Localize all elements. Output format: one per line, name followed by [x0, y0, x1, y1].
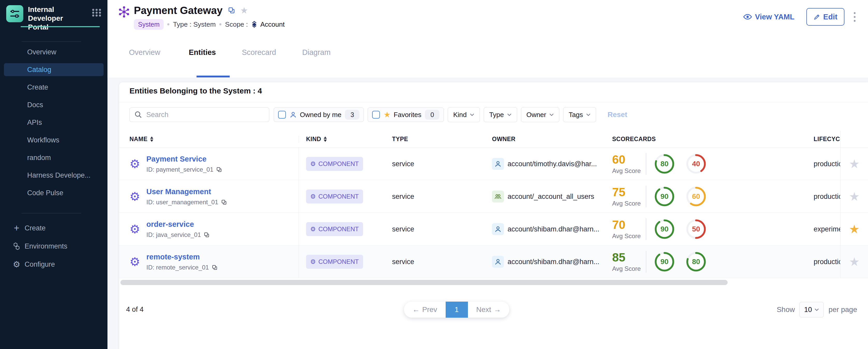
- entity-owner-cell: account/timothy.davis@har...: [492, 158, 612, 170]
- page-size-select[interactable]: 10: [799, 302, 824, 317]
- search-input[interactable]: [146, 110, 258, 119]
- tab-diagram[interactable]: Diagram: [302, 44, 331, 79]
- type-label: Type : System: [173, 21, 216, 29]
- sidebar-item-create[interactable]: Create: [4, 81, 103, 94]
- entity-name-link[interactable]: Payment Service: [146, 155, 222, 163]
- gear-icon: ⚙: [12, 260, 21, 269]
- sort-icon[interactable]: [150, 136, 153, 142]
- favorite-star-icon[interactable]: ★: [849, 158, 860, 170]
- sidebar-item-code-pulse[interactable]: Code Pulse: [4, 186, 103, 199]
- sidebar-item-random[interactable]: random: [4, 151, 103, 164]
- scope-value: Account: [260, 21, 285, 29]
- account-scope-icon: [250, 21, 258, 28]
- owner-dropdown-label: Owner: [526, 111, 547, 119]
- sidebar-item-catalog[interactable]: Catalog: [4, 63, 103, 76]
- divider: [646, 186, 646, 208]
- kind-dropdown-label: Kind: [453, 111, 467, 119]
- prev-label: Prev: [422, 306, 437, 314]
- sidebar-item-docs[interactable]: Docs: [4, 98, 103, 111]
- view-yaml-button[interactable]: View YAML: [743, 12, 795, 22]
- edit-button[interactable]: Edit: [806, 8, 844, 26]
- favorite-star-icon[interactable]: ★: [849, 191, 860, 202]
- sidebar-footer-environments[interactable]: Environments: [0, 240, 107, 253]
- column-header-kind[interactable]: KIND: [299, 136, 392, 142]
- sidebar-item-overview[interactable]: Overview: [4, 45, 103, 59]
- sidebar-item-workflows[interactable]: Workflows: [4, 134, 103, 147]
- copy-id-icon[interactable]: [212, 264, 218, 271]
- avg-score-label: Avg Score: [612, 167, 646, 174]
- current-page-button[interactable]: 1: [446, 302, 468, 318]
- entity-id: ID: payment_service_01: [146, 166, 213, 173]
- favorites-checkbox[interactable]: [372, 111, 380, 119]
- entity-name-link[interactable]: order-service: [146, 220, 210, 229]
- active-tab-underline: [196, 75, 230, 77]
- copy-id-icon[interactable]: [221, 199, 227, 205]
- entity-kind-cell: ⚙ COMPONENT: [299, 255, 392, 269]
- breadcrumb: System Type : System Scope : Account: [134, 19, 285, 30]
- scorecards-cell: 70 Avg Score 90 50: [612, 218, 814, 240]
- copy-id-icon[interactable]: [216, 166, 222, 173]
- component-gear-icon: ⚙: [129, 158, 140, 170]
- type-dropdown-label: Type: [489, 111, 504, 119]
- chevron-down-icon: [549, 113, 554, 117]
- system-kind-badge: System: [134, 19, 164, 30]
- tab-scorecard[interactable]: Scorecard: [242, 44, 276, 79]
- arrow-right-icon: →: [494, 306, 501, 314]
- owner-user-icon: [492, 158, 504, 170]
- favorites-count: 0: [425, 110, 439, 120]
- app-root: Internal Developer Portal Overview Catal…: [0, 0, 868, 349]
- next-page-button[interactable]: Next →: [468, 306, 509, 314]
- search-box[interactable]: [129, 107, 269, 122]
- page-size-control: Show 10 per page: [777, 302, 857, 318]
- favorite-star-icon[interactable]: ★: [849, 223, 860, 235]
- favorite-cell: ★: [840, 246, 868, 278]
- entity-name-cell: ⚙ Payment Service ID: payment_service_01: [129, 148, 299, 180]
- owner-name: account/shibam.dhar@harn...: [507, 225, 599, 233]
- tab-entities[interactable]: Entities: [189, 44, 216, 79]
- copy-id-icon[interactable]: [204, 232, 210, 238]
- owned-by-me-checkbox[interactable]: [278, 111, 286, 119]
- scorecard-ring: 90: [654, 186, 675, 208]
- owned-by-me-filter[interactable]: Owned by me 3: [274, 107, 364, 122]
- sidebar-item-harness-developer[interactable]: Harness Develope...: [4, 169, 103, 182]
- component-gear-icon: ⚙: [129, 223, 140, 235]
- scorecard-ring: 50: [685, 218, 707, 240]
- kind-badge: ⚙ COMPONENT: [306, 222, 363, 236]
- type-filter-dropdown[interactable]: Type: [484, 107, 517, 122]
- avg-score-value: 85: [612, 251, 646, 263]
- more-options-kebab-icon[interactable]: [852, 11, 857, 23]
- scorecards-cell: 60 Avg Score 80 40: [612, 153, 814, 175]
- favorite-title-star-icon[interactable]: ★: [240, 6, 248, 15]
- entity-name-link[interactable]: remote-system: [146, 253, 218, 261]
- copy-title-icon[interactable]: [228, 6, 236, 14]
- scorecard-ring: 60: [685, 186, 707, 208]
- favorite-star-icon[interactable]: ★: [849, 256, 860, 268]
- edit-button-label: Edit: [823, 13, 837, 21]
- tab-overview[interactable]: Overview: [129, 44, 160, 79]
- sidebar-footer-configure[interactable]: ⚙ Configure: [0, 258, 107, 271]
- apps-grid-icon[interactable]: [91, 7, 102, 19]
- sort-icon[interactable]: [324, 136, 327, 142]
- pencil-icon: [813, 13, 820, 21]
- favorites-filter[interactable]: ★ Favorites 0: [368, 107, 444, 122]
- table-row: ⚙ order-service ID: java_service_01 ⚙ CO…: [119, 213, 868, 246]
- reset-filters-button[interactable]: Reset: [608, 110, 627, 119]
- avg-score-value: 75: [612, 186, 646, 198]
- favorite-cell: ★: [840, 213, 868, 246]
- scorecards-cell: 85 Avg Score 90 80: [612, 251, 814, 273]
- tags-filter-dropdown[interactable]: Tags: [563, 107, 596, 122]
- chevron-down-icon: [586, 113, 591, 117]
- owner-filter-dropdown[interactable]: Owner: [521, 107, 560, 122]
- entity-owner-cell: account/shibam.dhar@harn...: [492, 223, 612, 235]
- kind-filter-dropdown[interactable]: Kind: [448, 107, 480, 122]
- sidebar-item-apis[interactable]: APIs: [4, 116, 103, 129]
- kind-badge: ⚙ COMPONENT: [306, 255, 363, 269]
- avg-score-value: 60: [612, 153, 646, 166]
- prev-page-button[interactable]: ← Prev: [404, 306, 446, 314]
- entity-name-cell: ⚙ User Management ID: user_management_01: [129, 180, 299, 213]
- entity-name-link[interactable]: User Management: [146, 187, 227, 196]
- sidebar-footer-create[interactable]: + Create: [0, 222, 107, 234]
- column-header-name[interactable]: NAME: [129, 136, 299, 142]
- owned-by-me-count: 3: [345, 110, 360, 120]
- horizontal-scrollbar[interactable]: [120, 280, 727, 285]
